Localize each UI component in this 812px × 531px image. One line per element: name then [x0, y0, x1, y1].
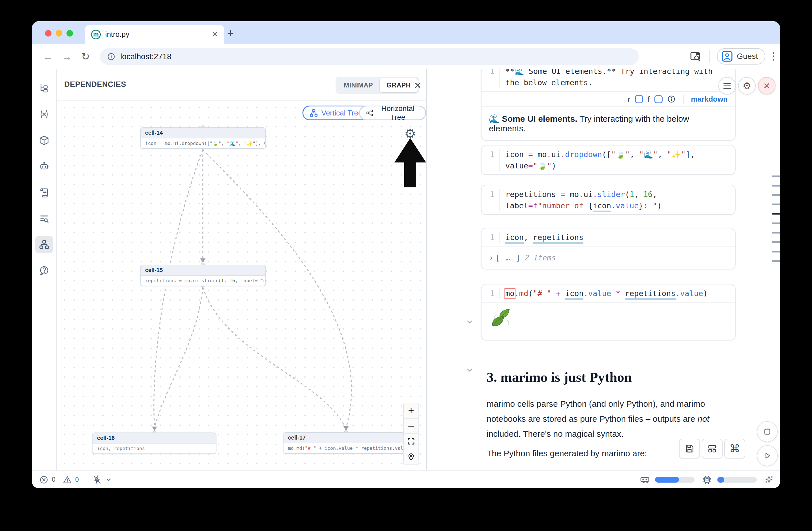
panel-title: DEPENDENCIES [64, 80, 126, 89]
section-collapse-chevron-icon[interactable] [466, 366, 474, 374]
zoom-in-button[interactable]: + [404, 403, 418, 419]
robot-icon [39, 161, 49, 172]
fit-view-button[interactable] [404, 434, 418, 449]
reload-icon[interactable]: ↻ [81, 51, 90, 62]
site-info-icon[interactable] [107, 53, 115, 60]
footer-divider [683, 95, 684, 104]
sidebar-item-file-tree[interactable] [35, 80, 53, 97]
tab-graph[interactable]: GRAPH [380, 78, 418, 92]
traffic-light-close[interactable] [45, 30, 52, 37]
app-content: DEPENDENCIES MINIMAP GRAPH ✕ [32, 69, 780, 471]
cell-marker[interactable] [772, 260, 780, 262]
run-button[interactable] [757, 445, 778, 466]
error-count-icon[interactable] [39, 475, 48, 484]
cell-marker[interactable] [772, 175, 780, 177]
gear-icon: ⚙ [743, 80, 751, 91]
cell-marker[interactable] [772, 223, 780, 224]
traffic-light-minimize[interactable] [56, 30, 62, 37]
browser-menu-icon[interactable] [773, 52, 774, 60]
tab-search-icon[interactable] [690, 51, 701, 62]
markdown-output: 🌊 Some UI elements. Try interacting with… [481, 106, 735, 140]
tab-close-icon[interactable]: ✕ [212, 30, 218, 39]
scroll-log-icon [39, 187, 49, 198]
cell-marker[interactable] [772, 185, 780, 187]
panel-close-icon[interactable]: ✕ [414, 80, 422, 91]
markdown-cell[interactable]: 1 **🌊 Some UI elements.** Try interactin… [481, 69, 736, 141]
cell-marker[interactable] [772, 241, 780, 243]
code-cell-momd[interactable]: 1 mo.md("# " + icon.value * repetitions.… [481, 284, 736, 341]
graph-canvas[interactable]: cell-14 icon = mo.ui.dropdown(["🍃", "🌊",… [57, 101, 426, 471]
tab-minimap[interactable]: MINIMAP [337, 78, 380, 92]
shortcuts-button[interactable]: ⌘ [724, 439, 745, 459]
cpu-usage-icon[interactable] [702, 475, 712, 485]
sidebar-item-variables[interactable] [35, 105, 53, 123]
section-heading: 3. marimo is just Python [487, 369, 632, 385]
warning-count-icon[interactable] [63, 475, 72, 484]
run-mode-bolt-off-icon[interactable] [92, 475, 102, 485]
traffic-light-maximize[interactable] [67, 30, 73, 37]
cell-marker[interactable] [772, 203, 780, 205]
browser-tab[interactable]: m intro.py ✕ [85, 25, 224, 44]
back-icon[interactable]: ← [43, 51, 53, 62]
run-play-icon [763, 452, 771, 460]
leaf-output [481, 302, 735, 340]
horizontal-tree-button[interactable]: Horizontal Tree [359, 105, 426, 120]
browser-toolbar: ← → ↻ localhost:2718 [32, 44, 780, 69]
code-line[interactable]: icon = mo.ui.dropdown(["🍃", "🌊", "✨"], [505, 149, 729, 160]
stop-button[interactable] [757, 421, 778, 442]
code-line[interactable]: label=f"number of {icon.value}: ") [505, 200, 729, 212]
sidebar-item-logs[interactable] [35, 184, 53, 201]
cell-marker[interactable] [772, 232, 780, 233]
url-bar[interactable]: localhost:2718 [100, 48, 639, 65]
expand-chevron[interactable]: › [489, 253, 493, 262]
graph-node-cell-17[interactable]: cell-17 mo.md("# " + icon.value * repeti… [283, 432, 409, 454]
code-cell-slider[interactable]: 1 repetitions = mo.ui.slider(1, 16, labe… [481, 185, 736, 215]
fstring-toggle-checkbox[interactable] [654, 95, 663, 103]
new-tab-button[interactable]: + [227, 27, 234, 39]
hamburger-icon [723, 83, 731, 89]
toolbar-right-controls: Guest [690, 48, 774, 64]
code-line[interactable]: mo.md("# " + icon.value * repetitions.va… [505, 288, 729, 299]
profile-button[interactable]: Guest [717, 48, 765, 64]
bracket-open: [ [495, 253, 499, 262]
reactive-toggle-checkbox[interactable] [635, 95, 643, 103]
code-cell-dropdown[interactable]: 1 icon = mo.ui.dropdown(["🍃", "🌊", "✨"],… [481, 145, 736, 175]
sidebar-item-packages[interactable] [35, 132, 53, 149]
graph-node-cell-16[interactable]: cell-16 icon, repetitions [92, 432, 216, 454]
code-line[interactable]: repetitions = mo.ui.slider(1, 16, [505, 189, 729, 200]
line-number: 1 [487, 69, 499, 88]
locate-pin-button[interactable] [404, 449, 418, 464]
code-line[interactable]: value="🍃") [505, 160, 729, 172]
sidebar-item-help[interactable] [35, 262, 53, 279]
horizontal-tree-icon [366, 109, 373, 117]
layout-button[interactable] [702, 439, 723, 459]
cell-marker[interactable] [772, 251, 780, 253]
output-collapse-chevron-icon[interactable] [466, 318, 474, 326]
dependency-graph-icon [39, 239, 49, 250]
ram-usage-icon[interactable] [640, 475, 650, 485]
chevron-down-icon[interactable] [105, 477, 112, 483]
dependencies-header: DEPENDENCIES MINIMAP GRAPH ✕ [57, 69, 426, 101]
graph-node-cell-15[interactable]: cell-15 repetitions = mo.ui.slider(1, 16… [140, 265, 266, 286]
code-line[interactable]: icon, repetitions [505, 232, 729, 243]
interrupt-button[interactable]: ✕ [758, 77, 775, 95]
graph-node-cell-14[interactable]: cell-14 icon = mo.ui.dropdown(["🍃", "🌊",… [140, 127, 266, 149]
locate-pin-icon [407, 453, 415, 461]
markdown-output-bold: 🌊 Some UI elements. [489, 114, 578, 124]
sidebar-item-outline[interactable] [35, 210, 53, 227]
notebook-settings-button[interactable]: ⚙ [738, 77, 756, 95]
cell-marker-active[interactable] [772, 213, 780, 215]
file-tree-icon [39, 83, 49, 94]
save-button[interactable] [679, 439, 700, 459]
code-cell-tuple[interactable]: 1 icon, repetitions › [ … ] 2 Items [481, 228, 736, 270]
info-icon[interactable] [667, 95, 676, 103]
cell-language-badge[interactable]: markdown [691, 95, 728, 104]
zoom-out-button[interactable]: − [404, 419, 418, 434]
cell-menu-button[interactable] [719, 77, 736, 95]
sidebar-item-ai[interactable] [35, 158, 53, 175]
cell-marker[interactable] [772, 194, 780, 196]
sidebar-item-dependencies[interactable] [35, 236, 53, 253]
ai-sparkle-icon[interactable] [764, 475, 774, 485]
markdown-cell-editor[interactable]: 1 **🌊 Some UI elements.** Try interactin… [481, 69, 735, 91]
forward-icon[interactable]: → [62, 51, 72, 62]
